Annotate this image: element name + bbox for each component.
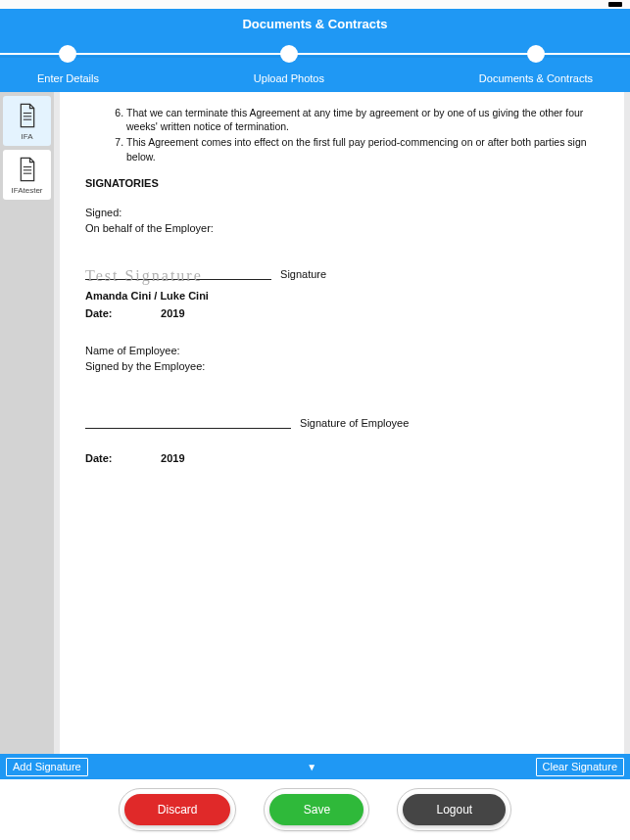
thumbnail-label: IFA <box>5 132 49 141</box>
document-page: That we can terminate this Agreement at … <box>60 92 624 754</box>
logout-button[interactable]: Logout <box>403 794 506 825</box>
on-behalf-label: On behalf of the Employer: <box>85 222 599 234</box>
clause-item: This Agreement comes into effect on the … <box>126 135 599 163</box>
add-signature-button[interactable]: Add Signature <box>6 758 88 776</box>
employer-signature-block: Test Signature Signature <box>85 261 599 280</box>
signature-dropdown[interactable]: ▼ <box>88 762 536 772</box>
step-enter-details[interactable]: Enter Details <box>37 45 99 84</box>
signature-action-bar: Add Signature ▼ Clear Signature <box>0 754 630 779</box>
step-dot-icon <box>59 45 76 63</box>
date-label: Date: <box>85 452 158 464</box>
step-documents-contracts[interactable]: Documents & Contracts <box>479 45 593 84</box>
document-icon <box>5 157 49 182</box>
clause-list: That we can terminate this Agreement at … <box>85 106 599 163</box>
step-label: Enter Details <box>37 72 99 84</box>
signed-label: Signed: <box>85 207 599 218</box>
main-area: IFA IFAtester That we can terminate this… <box>0 92 630 754</box>
date-label: Date: <box>85 307 158 319</box>
date-year: 2019 <box>161 452 184 464</box>
document-viewport[interactable]: That we can terminate this Agreement at … <box>54 92 630 754</box>
clause-item: That we can terminate this Agreement at … <box>126 106 599 133</box>
page-title: Documents & Contracts <box>0 17 630 45</box>
signature-caption: Signature of Employee <box>300 417 409 429</box>
step-dot-icon <box>280 45 298 63</box>
employer-names: Amanda Cini / Luke Cini <box>85 290 599 302</box>
employer-date-row: Date: 2019 <box>85 307 599 319</box>
step-dot-icon <box>527 45 545 63</box>
device-status-bar <box>0 0 630 9</box>
button-frame: Logout <box>397 788 511 831</box>
date-year: 2019 <box>161 307 184 319</box>
thumbnail-ifatester[interactable]: IFAtester <box>3 150 51 200</box>
thumbnail-label: IFAtester <box>5 186 49 195</box>
step-upload-photos[interactable]: Upload Photos <box>254 45 324 84</box>
signatories-heading: SIGNATORIES <box>85 177 599 189</box>
thumbnail-ifa[interactable]: IFA <box>3 96 51 146</box>
document-icon <box>5 103 49 128</box>
step-label: Upload Photos <box>254 72 324 84</box>
button-frame: Save <box>264 788 369 831</box>
save-button[interactable]: Save <box>269 794 363 825</box>
chevron-down-icon: ▼ <box>307 762 316 772</box>
progress-stepper: Enter Details Upload Photos Documents & … <box>0 45 630 92</box>
clear-signature-button[interactable]: Clear Signature <box>536 758 624 776</box>
app-header: Documents & Contracts Enter Details Uplo… <box>0 9 630 92</box>
discard-button[interactable]: Discard <box>124 794 231 825</box>
employer-signature-value: Test Signature <box>85 267 203 285</box>
signature-line[interactable] <box>85 428 291 429</box>
step-label: Documents & Contracts <box>479 72 593 84</box>
footer-button-bar: Discard Save Logout <box>0 779 630 840</box>
employee-name-label: Name of Employee: <box>85 345 599 356</box>
employee-signature-block: Signature of Employee <box>85 417 599 429</box>
signature-caption: Signature <box>280 268 326 280</box>
button-frame: Discard <box>119 788 237 831</box>
employee-date-row: Date: 2019 <box>85 452 599 464</box>
signature-line[interactable]: Test Signature <box>85 261 271 280</box>
document-thumbnail-rail: IFA IFAtester <box>0 92 54 754</box>
signed-by-employee-label: Signed by the Employee: <box>85 360 599 372</box>
